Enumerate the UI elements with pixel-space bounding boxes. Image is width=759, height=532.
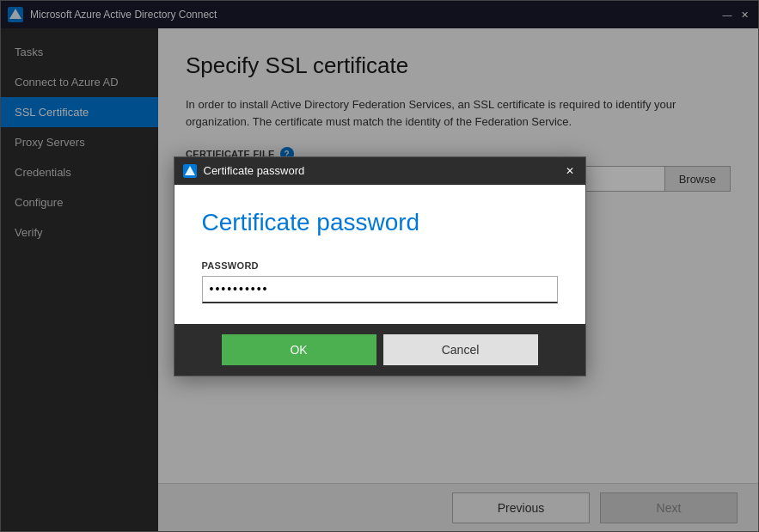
dialog-body: Certificate password PASSWORD	[174, 185, 585, 324]
dialog-overlay: Certificate password ✕ Certificate passw…	[1, 1, 758, 531]
main-window: Microsoft Azure Active Directory Connect…	[0, 0, 759, 532]
dialog-app-icon	[183, 164, 197, 178]
dialog-footer: OK Cancel	[174, 324, 585, 376]
dialog-heading: Certificate password	[202, 209, 558, 236]
dialog-cancel-button[interactable]: Cancel	[383, 334, 538, 365]
dialog-ok-button[interactable]: OK	[222, 334, 376, 365]
dialog-title-bar: Certificate password ✕	[174, 157, 585, 185]
dialog-close-button[interactable]: ✕	[563, 164, 577, 178]
dialog-password-label: PASSWORD	[202, 260, 558, 271]
dialog-title-text: Certificate password	[204, 164, 563, 177]
certificate-password-dialog: Certificate password ✕ Certificate passw…	[174, 156, 586, 376]
dialog-password-input[interactable]	[202, 276, 558, 303]
